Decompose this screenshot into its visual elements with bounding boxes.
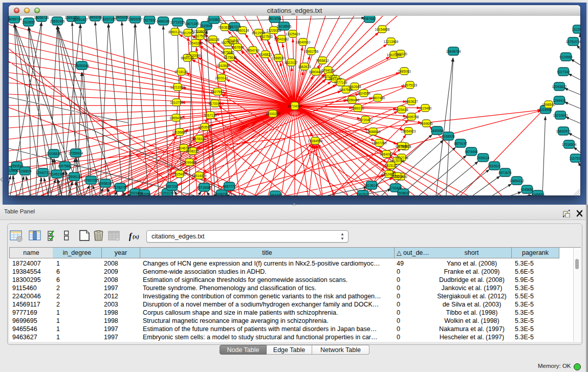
svg-text:1244415: 1244415 [553,99,566,102]
svg-text:30975867: 30975867 [58,164,73,168]
svg-text:10543382: 10543382 [188,41,203,45]
svg-text:9657771: 9657771 [223,185,236,188]
svg-text:9699695: 9699695 [420,122,433,125]
svg-text:16033809: 16033809 [207,18,222,21]
svg-text:1910557: 1910557 [22,20,35,24]
svg-text:7625402: 7625402 [173,172,186,176]
svg-text:1975692: 1975692 [395,144,408,148]
svg-text:7462664: 7462664 [348,85,361,89]
svg-text:1353594: 1353594 [198,125,211,129]
svg-text:16648784: 16648784 [446,50,461,53]
svg-text:1588520: 1588520 [272,56,285,60]
svg-text:29053346: 29053346 [75,64,90,68]
svg-text:16914429: 16914429 [192,174,207,178]
svg-text:14055724: 14055724 [9,17,22,21]
svg-text:8960124: 8960124 [236,29,249,32]
svg-text:18724007: 18724007 [288,104,302,108]
svg-text:18055726: 18055726 [34,16,49,19]
svg-text:16154808: 16154808 [375,28,390,31]
svg-text:8938928: 8938928 [442,135,455,138]
svg-text:6466160: 6466160 [157,19,170,23]
svg-text:2935114: 2935114 [477,156,490,160]
svg-text:15716485: 15716485 [197,186,212,189]
svg-text:1562615: 1562615 [298,65,311,69]
svg-text:17957255: 17957255 [84,179,99,182]
svg-text:3267110: 3267110 [204,114,217,117]
svg-text:1156829: 1156829 [19,169,32,173]
svg-text:1550510: 1550510 [10,164,24,168]
svg-text:10688609: 10688609 [366,130,381,134]
svg-text:2522514: 2522514 [390,174,404,178]
svg-text:3498222: 3498222 [186,149,199,153]
svg-text:1167533: 1167533 [570,157,580,160]
svg-text:20691407: 20691407 [73,18,88,21]
svg-text:9227342: 9227342 [557,70,570,74]
svg-text:15751074: 15751074 [566,40,580,43]
svg-text:8990448: 8990448 [309,70,322,74]
svg-text:1112906: 1112906 [572,28,580,31]
svg-text:15720407: 15720407 [358,118,373,122]
svg-text:10653268: 10653268 [88,16,103,19]
svg-text:1254695: 1254695 [226,39,239,42]
svg-text:12975115: 12975115 [403,83,418,87]
svg-text:10543382: 10543382 [274,37,289,41]
svg-text:7663822: 7663822 [218,26,231,29]
svg-text:1965498: 1965498 [169,116,183,120]
svg-text:2803144: 2803144 [215,76,228,80]
svg-text:9327503: 9327503 [259,35,273,38]
svg-text:12213369: 12213369 [170,85,185,89]
svg-text:10653266: 10653266 [115,16,129,19]
svg-text:8186328: 8186328 [206,38,220,41]
svg-text:7955812: 7955812 [316,59,329,62]
svg-text:9115460: 9115460 [419,106,432,110]
svg-text:9463627: 9463627 [405,100,418,103]
svg-text:1304792: 1304792 [269,193,282,196]
svg-text:(x): (x) [133,233,139,240]
svg-text:9025438: 9025438 [395,108,408,112]
svg-text:12505135: 12505135 [67,175,82,179]
svg-text:6794028: 6794028 [321,69,335,72]
svg-text:12942737: 12942737 [36,171,51,174]
svg-text:17359924: 17359924 [69,151,83,155]
svg-text:16961758: 16961758 [304,50,319,53]
svg-text:19654923: 19654923 [401,129,416,133]
svg-text:8471676: 8471676 [498,171,512,174]
svg-text:8912954: 8912954 [181,31,194,35]
svg-text:1733426: 1733426 [389,186,402,190]
svg-text:8960124: 8960124 [168,30,182,34]
svg-text:6497568: 6497568 [339,88,353,92]
svg-text:16495758: 16495758 [404,115,419,119]
svg-text:9129965: 9129965 [559,55,573,59]
svg-text:9245652: 9245652 [520,188,534,191]
svg-text:8215955: 8215955 [539,108,552,112]
svg-text:13226058: 13226058 [193,30,208,33]
svg-text:4170040: 4170040 [208,102,222,105]
svg-text:7515545: 7515545 [200,24,213,28]
svg-text:8322037: 8322037 [285,61,298,64]
svg-text:3024554: 3024554 [357,92,371,95]
svg-text:10958187: 10958187 [98,182,113,185]
svg-text:18807249: 18807249 [372,141,387,145]
svg-text:13325419: 13325419 [286,32,300,36]
svg-text:10719155: 10719155 [170,20,185,24]
svg-text:9474444: 9474444 [465,150,478,154]
svg-text:9777169: 9777169 [334,81,347,84]
svg-text:1145190: 1145190 [51,172,63,176]
svg-text:8427552: 8427552 [211,90,224,94]
svg-text:1598500: 1598500 [542,103,555,106]
svg-text:7349320: 7349320 [394,52,407,56]
svg-text:1527602: 1527602 [143,18,156,22]
svg-text:16337155: 16337155 [101,17,116,21]
svg-text:13226058: 13226058 [267,29,281,32]
svg-text:10654112: 10654112 [510,179,525,183]
svg-text:8454749: 8454749 [246,49,259,52]
svg-text:9146821: 9146821 [259,53,272,56]
svg-text:9327503: 9327503 [193,34,207,38]
svg-text:10807480: 10807480 [371,96,385,100]
svg-text:2307523: 2307523 [356,193,369,196]
svg-text:17016504: 17016504 [562,143,577,146]
svg-text:2087682: 2087682 [363,17,376,20]
svg-text:10653267: 10653267 [128,17,143,21]
svg-text:6879197: 6879197 [454,142,467,145]
svg-text:9048298: 9048298 [215,192,228,196]
